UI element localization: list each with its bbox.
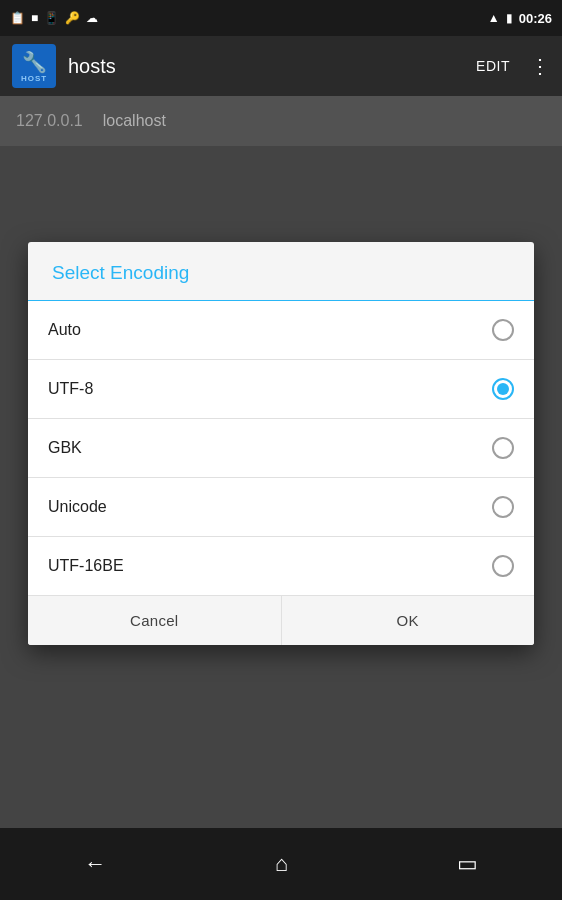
ok-button[interactable]: OK (282, 596, 535, 645)
cloud-icon: ☁ (86, 11, 98, 25)
option-auto[interactable]: Auto (28, 301, 534, 360)
option-utf8[interactable]: UTF-8 (28, 360, 534, 419)
recents-button[interactable]: ▭ (457, 851, 478, 877)
option-gbk-label: GBK (48, 439, 82, 457)
dialog-options: Auto UTF-8 GBK Unicode UTF-16BE (28, 301, 534, 595)
radio-gbk[interactable] (492, 437, 514, 459)
wrench-icon: 🔧 (22, 50, 47, 74)
radio-auto[interactable] (492, 319, 514, 341)
dialog-buttons: Cancel OK (28, 595, 534, 645)
status-bar-left: 📋 ■ 📱 🔑 ☁ (10, 11, 98, 25)
nav-bar: ← ⌂ ▭ (0, 828, 562, 900)
option-utf16be-label: UTF-16BE (48, 557, 124, 575)
key-icon: 🔑 (65, 11, 80, 25)
option-utf8-label: UTF-8 (48, 380, 93, 398)
overflow-menu-button[interactable]: ⋮ (530, 56, 550, 76)
sim-icon: ■ (31, 11, 38, 25)
option-utf16be[interactable]: UTF-16BE (28, 537, 534, 595)
option-auto-label: Auto (48, 321, 81, 339)
option-gbk[interactable]: GBK (28, 419, 534, 478)
app-title: hosts (68, 55, 464, 78)
wifi-icon: ▲ (488, 11, 500, 25)
status-bar: 📋 ■ 📱 🔑 ☁ ▲ ▮ 00:26 (0, 0, 562, 36)
radio-unicode[interactable] (492, 496, 514, 518)
radio-utf16be[interactable] (492, 555, 514, 577)
home-button[interactable]: ⌂ (275, 851, 288, 877)
back-button[interactable]: ← (84, 851, 106, 877)
radio-utf8[interactable] (492, 378, 514, 400)
edit-button[interactable]: EDIT (476, 58, 510, 74)
tablet-icon: 📱 (44, 11, 59, 25)
option-unicode[interactable]: Unicode (28, 478, 534, 537)
status-time: 00:26 (519, 11, 552, 26)
notification-icon: 📋 (10, 11, 25, 25)
status-bar-right: ▲ ▮ 00:26 (488, 11, 552, 26)
select-encoding-dialog: Select Encoding Auto UTF-8 GBK Unicode U… (28, 242, 534, 645)
option-unicode-label: Unicode (48, 498, 107, 516)
app-bar: 🔧 HOST hosts EDIT ⋮ (0, 36, 562, 96)
dialog-title: Select Encoding (28, 242, 534, 301)
app-bar-actions: EDIT ⋮ (476, 56, 550, 76)
battery-icon: ▮ (506, 11, 513, 25)
cancel-button[interactable]: Cancel (28, 596, 282, 645)
app-icon: 🔧 HOST (12, 44, 56, 88)
app-icon-label: HOST (21, 74, 47, 83)
